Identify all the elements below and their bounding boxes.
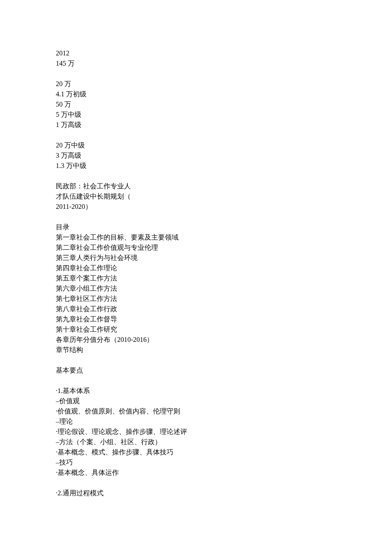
outline-item: ·基本概念、具体运作 [56,468,336,478]
text-line: 才队伍建设中长期规划（ [56,191,336,202]
outline-item: –方法（个案、小组、社区、行政） [56,437,336,447]
text-line: 1 万高级 [56,120,336,130]
text-line: 50 万 [56,99,336,110]
text-line: 20 万 [56,79,336,89]
outline-item: ·理论假设、理论观念、操作步骤、理论述评 [56,427,336,437]
toc-heading: 目录 [56,222,336,232]
text-line: 5 万中级 [56,110,336,120]
outline-item: –价值观 [56,396,336,406]
toc-item: 章节结构 [56,345,336,355]
outline-item: ·基本概念、模式、操作步骤、具体技巧 [56,447,336,457]
text-block-toc: 目录 第一章社会工作的目标、要素及主要领域 第二章社会工作价值观与专业伦理 第三… [56,222,336,355]
section-heading: 基本要点 [56,365,336,376]
toc-item: 第八章社会工作行政 [56,304,336,314]
toc-item: 各章历年分值分布（2010-2016） [56,335,336,345]
text-line: 2011-2020） [56,202,336,212]
text-line: 20 万中级 [56,140,336,150]
text-block-3: 20 万中级 3 万高级 1.3 万中级 [56,140,336,171]
outline-item: ·价值观、价值原则、价值内容、伦理守则 [56,406,336,416]
text-line: 4.1 万初级 [56,89,336,99]
text-line: 1.3 万中级 [56,161,336,171]
outline-item: –理论 [56,416,336,427]
toc-item: 第十章社会工作研究 [56,324,336,335]
text-block-4: 民政部：社会工作专业人 才队伍建设中长期规划（ 2011-2020） [56,181,336,212]
outline-item: –技巧 [56,457,336,468]
text-block-1: 2012 145 万 [56,48,336,69]
text-line: 3 万高级 [56,150,336,161]
outline-item: ·2.通用过程模式 [56,488,336,498]
text-block-outline-2: ·2.通用过程模式 [56,488,336,498]
toc-item: 第七章社区工作方法 [56,294,336,304]
toc-item: 第六章小组工作方法 [56,283,336,294]
text-line: 民政部：社会工作专业人 [56,181,336,191]
text-line: 145 万 [56,58,336,69]
toc-item: 第三章人类行为与社会环境 [56,253,336,263]
text-block-outline: ·1.基本体系 –价值观 ·价值观、价值原则、价值内容、伦理守则 –理论 ·理论… [56,386,336,478]
toc-item: 第四章社会工作理论 [56,263,336,273]
text-line: 2012 [56,48,336,58]
text-block-2: 20 万 4.1 万初级 50 万 5 万中级 1 万高级 [56,79,336,130]
toc-item: 第一章社会工作的目标、要素及主要领域 [56,232,336,243]
document-page: 2012 145 万 20 万 4.1 万初级 50 万 5 万中级 1 万高级… [0,0,392,498]
text-block-heading: 基本要点 [56,365,336,376]
toc-item: 第五章个案工作方法 [56,273,336,283]
toc-item: 第九章社会工作督导 [56,314,336,324]
toc-item: 第二章社会工作价值观与专业伦理 [56,243,336,253]
outline-item: ·1.基本体系 [56,386,336,396]
